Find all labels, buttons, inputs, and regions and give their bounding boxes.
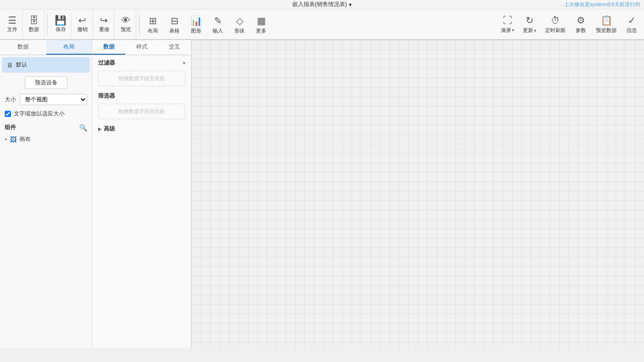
- info-label: 信息: [627, 27, 637, 34]
- screener-drop-zone: 拖拽数据字段至此处: [98, 104, 185, 119]
- undo-icon: ↩: [78, 16, 86, 25]
- right-buttons: ⛶ 满屏 ▾ ↻ 更新 ▾ ⏱ 定时刷新 ⚙ 参数: [497, 9, 642, 39]
- input-button[interactable]: ✎ 输入: [207, 9, 228, 40]
- table-icon: ⊟: [171, 15, 179, 26]
- layout-label: 布局: [148, 27, 158, 34]
- timer-icon: ⏱: [551, 15, 560, 26]
- filter-drop-placeholder: 拖拽数据字段至此处: [118, 75, 165, 82]
- shape-button[interactable]: ◇ 形状: [229, 9, 250, 40]
- ribbon: ☰ 文件 🗄 数据 💾 保存 ↩ 撤销 ↪ 重做 👁 预览 ⊞ 布局: [0, 9, 644, 40]
- sep2: [139, 13, 140, 35]
- canvas-grid: [191, 40, 644, 348]
- preview-data-button[interactable]: 📋 预览数据: [592, 9, 620, 40]
- redo-label: 重做: [99, 26, 109, 33]
- save-icon: 💾: [55, 16, 66, 25]
- left-tab-header: 数据 布局: [0, 40, 92, 55]
- input-icon: ✎: [214, 15, 222, 26]
- redo-group[interactable]: ↪ 重做: [94, 9, 115, 39]
- advanced-arrow-icon: ▶: [98, 126, 102, 132]
- timer-label: 定时刷新: [545, 27, 566, 34]
- title-dropdown-arrow[interactable]: ▾: [349, 1, 352, 8]
- canvas-icon: 🖼: [10, 136, 17, 143]
- chart-label: 图形: [191, 27, 201, 34]
- screener-section-header[interactable]: 筛选器: [92, 88, 191, 102]
- preview-data-label: 预览数据: [596, 27, 617, 34]
- text-scale-checkbox[interactable]: [5, 111, 11, 117]
- data-label: 数据: [29, 26, 39, 33]
- components-search-icon[interactable]: 🔍: [79, 124, 87, 132]
- fullscreen-label: 满屏: [501, 27, 511, 34]
- chart-icon: 📊: [190, 15, 202, 26]
- layout-icon: ⊞: [149, 15, 157, 26]
- canvas-label: 画布: [19, 135, 31, 143]
- file-label: 文件: [7, 26, 17, 33]
- chart-button[interactable]: 📊 图形: [186, 9, 206, 40]
- tab-data[interactable]: 数据: [0, 40, 46, 55]
- middle-tabs: 数据 样式 交互: [92, 40, 191, 55]
- undo-label: 撤销: [77, 26, 88, 33]
- undo-group[interactable]: ↩ 撤销: [72, 9, 93, 39]
- refresh-button[interactable]: ↻ 更新 ▾: [519, 9, 540, 40]
- size-select[interactable]: 整个视图自定义800x600: [20, 94, 87, 105]
- mid-tab-data[interactable]: 数据: [92, 40, 125, 55]
- info-button[interactable]: ✓ 信息: [621, 9, 642, 40]
- last-modified: 上次修改是system在9天前进行的: [564, 1, 640, 8]
- left-panel: 数据 布局 🖥 默认 预选设备 大小 整个视图自定义800x600 文字缩放以适…: [0, 40, 92, 348]
- file-group[interactable]: ☰ 文件: [2, 9, 23, 39]
- fullscreen-icon: ⛶: [503, 15, 512, 26]
- shape-label: 形状: [234, 27, 245, 34]
- more-icon: ▦: [257, 15, 266, 26]
- expand-arrow-icon: ▾: [5, 137, 7, 142]
- filter-title: 过滤器: [98, 59, 115, 67]
- filter-arrow-icon: ▾: [183, 60, 185, 66]
- components-label: 组件: [5, 123, 16, 132]
- more-button[interactable]: ▦ 更多: [251, 9, 272, 40]
- refresh-icon: ↻: [526, 15, 534, 26]
- main-layout: 数据 布局 🖥 默认 预选设备 大小 整个视图自定义800x600 文字缩放以适…: [0, 40, 644, 348]
- info-icon: ✓: [628, 15, 636, 26]
- mid-tab-style[interactable]: 样式: [125, 40, 158, 55]
- filter-section-header[interactable]: 过滤器 ▾: [92, 55, 191, 69]
- preview-icon: 👁: [121, 16, 131, 25]
- table-label: 表格: [169, 27, 180, 34]
- layout-button[interactable]: ⊞ 布局: [142, 9, 163, 40]
- shape-icon: ◇: [236, 15, 243, 26]
- params-button[interactable]: ⚙ 参数: [570, 9, 591, 40]
- text-scale-label: 文字缩放以适应大小: [14, 110, 65, 118]
- middle-panel: 数据 样式 交互 过滤器 ▾ 拖拽数据字段至此处 筛选器 拖拽数据字段至此处 ▶…: [92, 40, 191, 348]
- fullscreen-button[interactable]: ⛶ 满屏 ▾: [497, 9, 518, 40]
- fullscreen-arrow: ▾: [512, 28, 514, 33]
- params-icon: ⚙: [577, 15, 585, 26]
- preset-btn[interactable]: 预选设备: [25, 76, 67, 89]
- save-label: 保存: [56, 26, 66, 33]
- default-label: 默认: [16, 61, 27, 69]
- canvas-area[interactable]: [191, 40, 644, 348]
- report-title: 嵌入报表(销售情况表): [292, 0, 347, 8]
- input-label: 输入: [213, 27, 223, 34]
- preview-group[interactable]: 👁 预览: [116, 9, 136, 39]
- redo-icon: ↪: [100, 16, 108, 25]
- refresh-arrow: ▾: [534, 28, 537, 33]
- top-bar: 嵌入报表(销售情况表) ▾ 上次修改是system在9天前进行的: [0, 0, 644, 9]
- sep1: [47, 13, 48, 35]
- screener-drop-placeholder: 拖拽数据字段至此处: [118, 108, 165, 115]
- save-group[interactable]: 💾 保存: [50, 9, 71, 39]
- menu-icon: ☰: [8, 16, 17, 25]
- advanced-label: 高级: [104, 125, 115, 133]
- checkbox-row: 文字缩放以适应大小: [0, 108, 92, 120]
- mid-tab-interact[interactable]: 交互: [158, 40, 191, 55]
- screener-title: 筛选器: [98, 92, 115, 100]
- timer-button[interactable]: ⏱ 定时刷新: [541, 9, 570, 40]
- default-item[interactable]: 🖥 默认: [2, 57, 90, 73]
- preview-data-icon: 📋: [601, 15, 612, 26]
- size-row: 大小 整个视图自定义800x600: [0, 91, 92, 108]
- data-group[interactable]: 🗄 数据: [24, 9, 44, 39]
- filter-drop-zone: 拖拽数据字段至此处: [98, 71, 185, 86]
- table-button[interactable]: ⊟ 表格: [164, 9, 185, 40]
- params-label: 参数: [576, 27, 586, 34]
- ribbon-toolbar: ☰ 文件 🗄 数据 💾 保存 ↩ 撤销 ↪ 重做 👁 预览 ⊞ 布局: [0, 9, 644, 40]
- advanced-section[interactable]: ▶ 高级: [92, 121, 191, 137]
- data-icon: 🗄: [29, 16, 39, 25]
- tab-layout[interactable]: 布局: [46, 40, 92, 55]
- canvas-list-item[interactable]: ▾ 🖼 画布: [0, 133, 92, 145]
